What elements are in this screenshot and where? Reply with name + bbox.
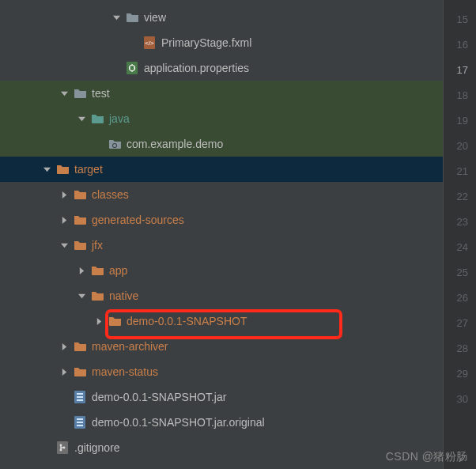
- fxml-icon: </>: [142, 36, 157, 49]
- gutter-line-number: 27: [444, 310, 476, 335]
- tree-node[interactable]: .gitignore: [0, 435, 443, 460]
- tree-node[interactable]: </>PrimaryStage.fxml: [0, 30, 443, 55]
- tree-node-label: classes: [92, 188, 129, 201]
- svg-rect-8: [77, 396, 83, 398]
- tree-node-label: native: [109, 289, 138, 302]
- svg-rect-2: [127, 62, 138, 74]
- tree-node-label: view: [144, 11, 166, 24]
- tree-node-label: target: [74, 163, 103, 176]
- svg-point-5: [113, 144, 116, 147]
- folder-orange-icon: [73, 342, 87, 351]
- chevron-right-icon[interactable]: [76, 267, 87, 274]
- svg-rect-12: [77, 422, 83, 423]
- gutter-line-number: 22: [444, 183, 476, 209]
- svg-rect-7: [77, 393, 83, 395]
- gutter-line-number: 19: [444, 108, 476, 133]
- tree-node-label: .gitignore: [74, 441, 120, 454]
- tree-node[interactable]: maven-status: [0, 359, 443, 384]
- tree-node[interactable]: java: [0, 106, 443, 131]
- chevron-down-icon[interactable]: [59, 90, 70, 97]
- gutter-line-number: 30: [444, 386, 476, 411]
- tree-node[interactable]: target: [0, 157, 443, 182]
- project-tree[interactable]: view</>PrimaryStage.fxmlapplication.prop…: [0, 0, 443, 469]
- gutter-line-number: 28: [444, 335, 476, 361]
- tree-node[interactable]: maven-archiver: [0, 334, 443, 359]
- tree-node[interactable]: view: [0, 5, 443, 30]
- tree-node[interactable]: generated-sources: [0, 207, 443, 233]
- tree-node-label: com.example.demo: [127, 138, 223, 150]
- folder-green-icon: [90, 114, 104, 123]
- tree-node-label: application.properties: [144, 62, 249, 74]
- watermark: CSDN @猪粉肠: [386, 450, 468, 464]
- chevron-down-icon[interactable]: [76, 115, 87, 123]
- tree-node-label: jfx: [92, 239, 103, 252]
- tree-node[interactable]: jfx: [0, 233, 443, 258]
- chevron-right-icon[interactable]: [59, 369, 70, 376]
- folder-orange-icon: [73, 367, 87, 376]
- folder-gray-icon: [73, 89, 87, 98]
- folder-orange-icon: [73, 240, 87, 250]
- tree-node[interactable]: com.example.demo: [0, 131, 443, 157]
- svg-rect-9: [77, 399, 83, 401]
- gutter-line-number: 16: [444, 32, 476, 57]
- folder-orange-icon: [73, 215, 87, 225]
- gutter-line-number: 29: [444, 361, 476, 386]
- tree-node[interactable]: app: [0, 258, 443, 283]
- folder-orange-icon: [90, 266, 104, 275]
- gutter-line-number: 17: [444, 57, 476, 82]
- svg-rect-11: [77, 418, 83, 420]
- tree-node-label: demo-0.0.1-SNAPSHOT.jar.original: [92, 416, 265, 429]
- props-icon: [125, 62, 139, 74]
- tree-node-label: maven-archiver: [92, 340, 168, 353]
- folder-orange-icon: [108, 316, 122, 326]
- svg-rect-13: [77, 425, 83, 426]
- gitignore-icon: [55, 441, 70, 454]
- tree-node[interactable]: test: [0, 81, 443, 106]
- tree-node[interactable]: application.properties: [0, 55, 443, 81]
- tree-node-label: app: [109, 264, 127, 277]
- jar-icon: [73, 391, 87, 403]
- folder-orange-icon: [55, 165, 70, 174]
- svg-point-17: [63, 447, 66, 449]
- tree-node-label: demo-0.0.1-SNAPSHOT: [127, 315, 247, 327]
- gutter-line-number: 23: [444, 209, 476, 234]
- tree-node[interactable]: native: [0, 283, 443, 308]
- tree-node-label: generated-sources: [92, 214, 184, 226]
- folder-orange-icon: [90, 291, 104, 301]
- tree-node-label: maven-status: [92, 365, 158, 378]
- tree-node[interactable]: demo-0.0.1-SNAPSHOT: [0, 308, 443, 334]
- gutter-line-number: 25: [444, 259, 476, 285]
- folder-orange-icon: [73, 190, 87, 199]
- folder-gray-icon: [125, 13, 139, 22]
- chevron-right-icon[interactable]: [59, 343, 70, 350]
- tree-node-label: demo-0.0.1-SNAPSHOT.jar: [92, 391, 226, 403]
- chevron-down-icon[interactable]: [59, 242, 70, 249]
- jar-icon: [73, 416, 87, 429]
- tree-node[interactable]: classes: [0, 182, 443, 207]
- tree-node[interactable]: demo-0.0.1-SNAPSHOT.jar.original: [0, 410, 443, 435]
- package-icon: [108, 139, 122, 149]
- chevron-right-icon[interactable]: [93, 318, 104, 325]
- tree-node-label: PrimaryStage.fxml: [161, 36, 251, 49]
- gutter-line-number: 15: [444, 6, 476, 32]
- chevron-down-icon[interactable]: [111, 14, 122, 21]
- gutter-line-number: 24: [444, 234, 476, 259]
- tree-node[interactable]: demo-0.0.1-SNAPSHOT.jar: [0, 384, 443, 410]
- chevron-down-icon[interactable]: [76, 293, 87, 300]
- gutter-line-number: 21: [444, 158, 476, 183]
- chevron-right-icon[interactable]: [59, 217, 70, 224]
- gutter-line-number: 20: [444, 133, 476, 158]
- gutter-line-number: 18: [444, 82, 476, 108]
- tree-node-label: test: [92, 87, 110, 100]
- chevron-down-icon[interactable]: [41, 166, 52, 173]
- editor-gutter: 15161718192021222324252627282930: [443, 0, 476, 469]
- gutter-line-number: 26: [444, 285, 476, 310]
- tree-node-label: java: [109, 112, 130, 125]
- svg-text:</>: </>: [145, 40, 154, 47]
- chevron-right-icon[interactable]: [59, 191, 70, 199]
